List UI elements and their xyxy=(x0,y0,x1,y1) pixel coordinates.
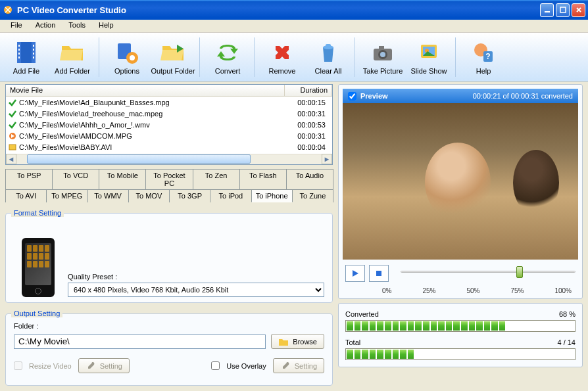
tab-to-iphone[interactable]: To iPhone xyxy=(251,189,293,202)
tab-to-avi[interactable]: To AVI xyxy=(5,189,47,202)
add-folder-button[interactable]: Add Folder xyxy=(50,37,95,77)
resize-video-label: Resize Video xyxy=(29,362,72,370)
options-button[interactable]: Options xyxy=(105,37,149,77)
preview-slider[interactable] xyxy=(401,267,576,280)
column-movie-file[interactable]: Movie File xyxy=(6,85,285,96)
remove-button[interactable]: Remove xyxy=(260,37,305,77)
tab-to-3gp[interactable]: To 3GP xyxy=(169,189,210,202)
play-button[interactable] xyxy=(345,265,365,282)
svg-rect-31 xyxy=(376,271,381,276)
filmstrip-icon xyxy=(13,39,39,66)
preview-status: 00:00:21 of 00:00:31 converted xyxy=(473,92,573,100)
take-picture-button[interactable]: Take Picture xyxy=(360,37,405,77)
menu-bar: File Action Tools Help xyxy=(0,20,588,33)
file-row[interactable]: C:\My_Files\Movie\Ad_Blaupunkt_Basses.mp… xyxy=(6,97,332,108)
file-row[interactable]: C:\My_Files\Movie\AMDCOM.MPG00:00:31 xyxy=(6,130,332,141)
converted-progress-bar xyxy=(345,320,576,332)
tab-to-wmv[interactable]: To WMV xyxy=(87,189,129,202)
svg-rect-10 xyxy=(33,45,34,47)
quality-preset-select[interactable]: 640 x 480 Pixels, Video 768 Kbit, Audio … xyxy=(68,283,324,297)
preview-video xyxy=(343,103,578,260)
help-button[interactable]: ? Help xyxy=(461,37,506,77)
tab-to-zen[interactable]: To Zen xyxy=(193,169,240,189)
toolbar-label: Add Folder xyxy=(55,67,90,75)
title-bar: PC Video Converter Studio xyxy=(0,0,588,20)
tab-to-mobile[interactable]: To Mobile xyxy=(99,169,146,189)
file-status-icon xyxy=(8,120,17,129)
folder-icon xyxy=(278,336,289,347)
preview-checkbox[interactable] xyxy=(348,92,356,101)
tab-to-zune[interactable]: To Zune xyxy=(292,189,333,202)
menu-file[interactable]: File xyxy=(4,20,29,32)
window-title: PC Video Converter Studio xyxy=(17,5,540,15)
svg-rect-8 xyxy=(18,53,20,55)
file-row[interactable]: C:\My_Files\Movie\BABY.AVI00:00:04 xyxy=(6,141,332,152)
menu-tools[interactable]: Tools xyxy=(62,20,92,32)
file-name: C:\My_Files\Movie\BABY.AVI xyxy=(19,143,285,151)
slider-tick-labels: 0% 25% 50% 75% 100% xyxy=(382,287,572,294)
format-setting-panel: Format Setting Quality Preset : 640 x 48… xyxy=(5,213,333,303)
svg-rect-18 xyxy=(326,44,331,47)
output-folder-input[interactable] xyxy=(14,334,266,349)
device-preview-icon xyxy=(22,238,55,297)
file-list[interactable]: Movie File Duration C:\My_Files\Movie\Ad… xyxy=(5,84,333,165)
file-name: C:\My_Files\Movie\ad_treehouse_mac.mpeg xyxy=(19,110,285,118)
file-status-icon xyxy=(8,98,17,107)
browse-button[interactable]: Browse xyxy=(271,334,324,349)
resize-setting-button: Setting xyxy=(78,358,130,373)
preview-header: Preview 00:00:21 of 00:00:31 converted xyxy=(343,89,578,103)
tab-to-vcd[interactable]: To VCD xyxy=(52,169,99,189)
trash-icon xyxy=(315,39,341,66)
column-duration[interactable]: Duration xyxy=(285,85,332,96)
scroll-right-arrow[interactable]: ► xyxy=(322,154,332,164)
tab-to-audio[interactable]: To Audio xyxy=(286,169,333,189)
folder-icon xyxy=(59,39,86,66)
close-button[interactable] xyxy=(572,3,585,17)
file-status-icon xyxy=(8,143,17,152)
convert-button[interactable]: Convert xyxy=(205,37,250,77)
camera-icon xyxy=(370,39,396,66)
file-row[interactable]: C:\My_Files\Movie\Ahhh_o_Amor_!.wmv00:00… xyxy=(6,119,332,130)
toolbar: Add File Add Folder Options Output Folde… xyxy=(0,33,588,81)
file-duration: 00:00:31 xyxy=(285,110,332,118)
toolbar-label: Add File xyxy=(13,67,39,75)
tab-to-psp[interactable]: To PSP xyxy=(5,169,53,189)
file-row[interactable]: C:\My_Files\Movie\ad_treehouse_mac.mpeg0… xyxy=(6,108,332,119)
tab-to-ipod[interactable]: To iPod xyxy=(210,189,251,202)
total-label: Total xyxy=(345,338,360,346)
svg-rect-1 xyxy=(545,11,550,12)
total-progress-bar xyxy=(345,348,576,360)
converted-label: Converted xyxy=(345,310,379,318)
stop-button[interactable] xyxy=(369,265,389,282)
minimize-button[interactable] xyxy=(540,3,554,17)
svg-rect-11 xyxy=(33,49,34,51)
output-folder-button[interactable]: Output Folder xyxy=(151,37,195,77)
clear-all-button[interactable]: Clear All xyxy=(306,37,351,77)
tab-to-flash[interactable]: To Flash xyxy=(239,169,287,189)
quality-preset-label: Quality Preset : xyxy=(68,273,324,281)
use-overlay-checkbox[interactable] xyxy=(211,361,220,370)
tab-to-pocket-pc[interactable]: To Pocket PC xyxy=(145,169,193,189)
help-icon: ? xyxy=(470,39,497,66)
toolbar-label: Help xyxy=(476,67,491,75)
scroll-thumb[interactable] xyxy=(27,154,251,164)
menu-action[interactable]: Action xyxy=(29,20,62,32)
remove-icon xyxy=(269,39,295,66)
resize-video-checkbox xyxy=(14,361,22,370)
tab-to-mpeg[interactable]: To MPEG xyxy=(46,189,87,202)
toolbar-label: Remove xyxy=(269,67,296,75)
maximize-button[interactable] xyxy=(556,3,570,17)
scroll-left-arrow[interactable]: ◄ xyxy=(6,154,16,164)
file-duration: 00:00:31 xyxy=(285,132,332,140)
stop-icon xyxy=(375,269,383,277)
tab-to-mov[interactable]: To MOV xyxy=(128,189,170,202)
converted-pct: 68 % xyxy=(559,310,576,318)
add-file-button[interactable]: Add File xyxy=(4,37,49,77)
menu-help[interactable]: Help xyxy=(92,20,120,32)
horizontal-scrollbar[interactable]: ◄ ► xyxy=(6,154,332,164)
file-duration: 00:00:53 xyxy=(285,121,332,129)
slide-show-button[interactable]: Slide Show xyxy=(406,37,451,77)
toolbar-label: Output Folder xyxy=(151,67,195,75)
total-value: 4 / 14 xyxy=(557,338,576,346)
convert-icon xyxy=(214,39,241,66)
